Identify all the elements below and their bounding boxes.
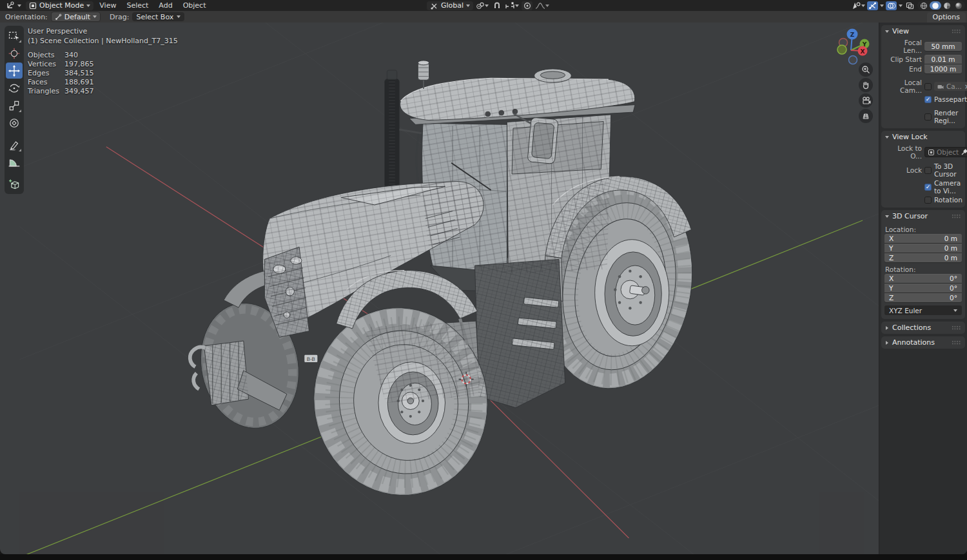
tool-rotate[interactable] xyxy=(6,80,23,96)
lock-to-object-field[interactable]: Object xyxy=(924,147,967,157)
tool-transform[interactable] xyxy=(6,115,23,131)
axis-value: 0° xyxy=(950,284,957,292)
local-camera-field[interactable]: Ca... × xyxy=(934,82,967,91)
tool-measure[interactable] xyxy=(6,154,23,170)
chevron-right-icon xyxy=(886,341,888,345)
panel-3d-cursor: 3D Cursor Location: X 0 m Y 0 m xyxy=(881,210,965,319)
editor-type-dropdown[interactable] xyxy=(3,1,24,10)
chevron-down-icon[interactable] xyxy=(880,5,884,7)
panel-drag-grip[interactable] xyxy=(952,325,961,330)
show-gizmo-toggle[interactable] xyxy=(867,1,878,10)
rotation-mode-dropdown[interactable]: XYZ Euler xyxy=(884,305,962,315)
panel-title: View xyxy=(892,27,909,35)
focal-length-label: Focal Len... xyxy=(884,39,922,54)
tool-add-cube[interactable] xyxy=(6,176,23,192)
clear-icon[interactable]: × xyxy=(964,83,967,90)
perspective-toggle-button[interactable] xyxy=(859,109,873,123)
menu-object[interactable]: Object xyxy=(179,1,211,10)
clip-end-field[interactable]: 1000 m xyxy=(924,64,962,73)
object-data-icon xyxy=(928,150,934,155)
gizmo-axis-x[interactable]: X xyxy=(858,46,868,56)
panel-view-header[interactable]: View xyxy=(881,25,965,37)
menu-add[interactable]: Add xyxy=(154,1,177,10)
local-camera-value: Ca... xyxy=(946,82,962,90)
menu-view[interactable]: View xyxy=(95,1,121,10)
falloff-dropdown[interactable] xyxy=(535,1,549,10)
panel-drag-grip[interactable] xyxy=(952,29,961,34)
orientation-value: Global xyxy=(441,1,464,10)
mode-dropdown[interactable]: Object Mode xyxy=(26,1,93,10)
focal-length-field[interactable]: 50 mm xyxy=(924,42,962,51)
panel-annotations-header[interactable]: Annotations xyxy=(881,336,965,349)
tool-move[interactable] xyxy=(6,63,23,79)
cursor-rotation-y-field[interactable]: Y 0° xyxy=(884,284,962,293)
panel-view-lock-header[interactable]: View Lock xyxy=(881,131,965,143)
to-3d-cursor-label: To 3D Cursor xyxy=(934,162,962,178)
cursor-location-y-field[interactable]: Y 0 m xyxy=(884,244,962,253)
editor-type-icon xyxy=(6,1,15,10)
viewport-3d-scene[interactable]: B-B xyxy=(0,23,967,554)
shading-rendered-button[interactable] xyxy=(953,1,964,10)
gizmo-axis-z[interactable]: Z xyxy=(847,29,858,40)
tool-box-select[interactable] xyxy=(6,28,23,44)
cursor-rotation-z-field[interactable]: Z 0° xyxy=(884,293,962,302)
cursor-location-x-field[interactable]: X 0 m xyxy=(884,234,962,243)
transform-orientation-dropdown[interactable]: Global xyxy=(427,1,473,10)
panel-3d-cursor-header[interactable]: 3D Cursor xyxy=(881,210,965,222)
render-region-checkbox[interactable] xyxy=(924,113,932,121)
drag-label: Drag: xyxy=(101,13,129,21)
gizmo-neg-y[interactable] xyxy=(837,45,846,54)
chevron-down-icon[interactable] xyxy=(899,5,903,7)
measure-icon xyxy=(8,156,21,169)
camera-to-view-checkbox[interactable]: ✓ xyxy=(924,184,932,191)
cursor-rotation-x-field[interactable]: X 0° xyxy=(884,274,962,283)
proportional-editing-toggle[interactable] xyxy=(522,1,532,10)
subtool-indicator xyxy=(19,149,21,151)
options-button[interactable]: Options xyxy=(927,12,966,23)
panel-title: Collections xyxy=(892,323,931,332)
gizmo-neg-z[interactable] xyxy=(849,56,857,64)
drag-mode-dropdown[interactable]: Select Box xyxy=(132,12,184,21)
chevron-down-icon xyxy=(885,30,889,33)
subtool-indicator xyxy=(19,110,21,112)
orientation-default-dropdown[interactable]: Default xyxy=(51,12,101,22)
to-3d-cursor-checkbox[interactable] xyxy=(924,167,932,174)
panel-drag-grip[interactable] xyxy=(952,214,961,218)
chevron-down-icon xyxy=(545,5,549,7)
panel-title: View Lock xyxy=(892,133,928,141)
passepartout-checkbox[interactable]: ✓ xyxy=(924,96,932,103)
perspective-grid-icon xyxy=(861,111,870,121)
axis-value: 0° xyxy=(950,294,957,302)
object-visibility-dropdown[interactable] xyxy=(852,1,865,10)
rotate-icon xyxy=(8,82,21,95)
snap-toggle[interactable] xyxy=(491,1,502,10)
tool-cursor[interactable] xyxy=(6,45,23,61)
mode-label: Object Mode xyxy=(39,1,84,10)
eyedropper-icon[interactable] xyxy=(961,149,967,155)
zoom-icon xyxy=(861,65,870,74)
show-overlays-toggle[interactable] xyxy=(886,1,897,10)
pan-button[interactable] xyxy=(859,78,873,92)
shading-wireframe-button[interactable] xyxy=(918,1,930,10)
tool-scale[interactable] xyxy=(6,97,23,113)
falloff-curve-icon xyxy=(535,2,545,10)
chevron-down-icon xyxy=(466,5,470,7)
xray-toggle[interactable] xyxy=(904,1,915,10)
local-camera-checkbox[interactable] xyxy=(924,83,932,90)
shading-material-button[interactable] xyxy=(941,1,953,10)
clip-start-field[interactable]: 0.01 m xyxy=(924,55,962,64)
panel-drag-grip[interactable] xyxy=(952,340,961,345)
tool-annotate[interactable] xyxy=(6,137,23,153)
panel-collections-header[interactable]: Collections xyxy=(881,322,965,334)
clip-end-label: End xyxy=(884,65,922,73)
camera-view-button[interactable] xyxy=(859,93,873,108)
zoom-button[interactable] xyxy=(859,63,873,77)
shading-solid-button[interactable] xyxy=(930,1,941,10)
snap-target-dropdown[interactable] xyxy=(505,1,519,10)
cursor-location-z-field[interactable]: Z 0 m xyxy=(884,253,962,262)
menu-select[interactable]: Select xyxy=(122,1,153,10)
pivot-point-dropdown[interactable] xyxy=(476,1,489,10)
panel-collections: Collections xyxy=(881,322,965,334)
lock-rotation-checkbox[interactable] xyxy=(924,197,932,204)
tractor-model[interactable]: B-B xyxy=(190,61,707,509)
